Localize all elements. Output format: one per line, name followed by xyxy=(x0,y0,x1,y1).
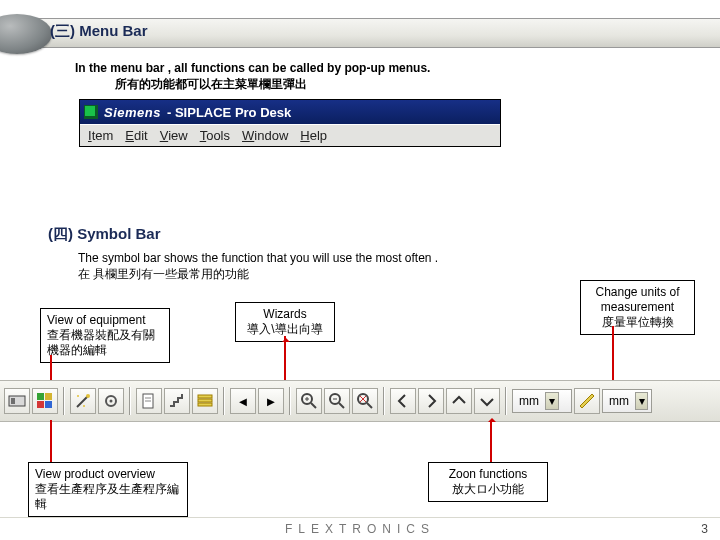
separator xyxy=(223,387,225,415)
siplace-window: Siemens - SIPLACE Pro Desk Item Edit Vie… xyxy=(80,100,500,146)
page-number: 3 xyxy=(701,522,708,536)
siplace-appname: - SIPLACE Pro Desk xyxy=(167,105,291,120)
callout-line: 度量單位轉換 xyxy=(587,315,688,330)
stairs-icon[interactable] xyxy=(164,388,190,414)
callout-line: 放大ロ小功能 xyxy=(435,482,541,497)
footer-logo: FLEXTRONICS xyxy=(285,522,435,536)
connector xyxy=(490,420,492,462)
siplace-brand: Siemens xyxy=(104,105,161,120)
arrow-right-icon[interactable]: ► xyxy=(258,388,284,414)
callout-line: View product overview xyxy=(35,467,181,482)
svg-rect-4 xyxy=(37,401,44,408)
zoom-in-icon[interactable] xyxy=(296,388,322,414)
menu-window[interactable]: Window xyxy=(242,128,288,143)
callout-line: Wizards xyxy=(242,307,328,322)
callout-line: 輯 xyxy=(35,497,181,512)
svg-point-9 xyxy=(83,405,85,407)
footer: FLEXTRONICS xyxy=(0,522,720,536)
callout-line: View of equipment xyxy=(47,313,163,328)
callout-line: 查看生產程序及生產程序編 xyxy=(35,482,181,497)
menu-tools[interactable]: Tools xyxy=(200,128,230,143)
apply-edit-icon[interactable] xyxy=(574,388,600,414)
siplace-menubar: Item Edit View Tools Window Help xyxy=(80,124,500,146)
menu-item[interactable]: Item xyxy=(88,128,113,143)
callout-view-equipment: View of equipment 查看機器裝配及有關 機器的編輯 xyxy=(40,308,170,363)
menubar-desc-en2: all functions can be called by pop-up me… xyxy=(171,61,430,75)
zoom-cross-icon[interactable] xyxy=(352,388,378,414)
menubar-desc-zh: 所有的功能都可以在主菜單欄里彈出 xyxy=(115,77,307,91)
svg-point-11 xyxy=(110,400,113,403)
arrow-left-icon[interactable]: ◄ xyxy=(230,388,256,414)
svg-rect-5 xyxy=(45,401,52,408)
menu-view[interactable]: View xyxy=(160,128,188,143)
menubar-desc: In the menu bar , all functions can be c… xyxy=(75,60,430,92)
units-select[interactable]: mm ▾ xyxy=(512,389,572,413)
callout-zoom: Zoon functions 放大ロ小功能 xyxy=(428,462,548,502)
svg-rect-3 xyxy=(45,393,52,400)
units-value: mm xyxy=(519,394,539,408)
svg-rect-15 xyxy=(198,395,212,398)
footer-rule xyxy=(0,517,720,518)
siplace-titlebar: Siemens - SIPLACE Pro Desk xyxy=(80,100,500,124)
callout-line: 機器的編輯 xyxy=(47,343,163,358)
chevron-down-icon: ▾ xyxy=(545,392,559,410)
grid-select[interactable]: mm ▾ xyxy=(602,389,652,413)
move-down-icon[interactable] xyxy=(474,388,500,414)
wand-icon[interactable] xyxy=(70,388,96,414)
gear-icon[interactable] xyxy=(98,388,124,414)
svg-rect-1 xyxy=(11,398,15,404)
callout-view-product: View product overview 查看生產程序及生產程序編 輯 xyxy=(28,462,188,517)
separator xyxy=(289,387,291,415)
separator xyxy=(505,387,507,415)
symbolbar-heading: (四) Symbol Bar xyxy=(48,225,161,244)
svg-line-19 xyxy=(311,403,316,408)
connector xyxy=(612,326,614,380)
grid-value: mm xyxy=(609,394,629,408)
symbolbar-desc: The symbol bar shows the function that y… xyxy=(78,250,438,282)
connector xyxy=(50,420,52,462)
menubar-desc-en1: In the menu bar , xyxy=(75,61,171,75)
separator xyxy=(129,387,131,415)
boxes-icon[interactable] xyxy=(32,388,58,414)
callout-line: 查看機器裝配及有關 xyxy=(47,328,163,343)
symbolbar-desc-en: The symbol bar shows the function that y… xyxy=(78,251,438,265)
svg-point-8 xyxy=(77,395,79,397)
svg-line-6 xyxy=(77,396,88,407)
separator xyxy=(383,387,385,415)
move-right-icon[interactable] xyxy=(418,388,444,414)
separator xyxy=(63,387,65,415)
menu-help[interactable]: Help xyxy=(300,128,327,143)
stack-icon[interactable] xyxy=(192,388,218,414)
callout-line: measurement xyxy=(587,300,688,315)
page-title: (三) Menu Bar xyxy=(50,22,148,41)
move-up-icon[interactable] xyxy=(446,388,472,414)
svg-rect-2 xyxy=(37,393,44,400)
menu-edit[interactable]: Edit xyxy=(125,128,147,143)
connector xyxy=(284,336,286,380)
machine-icon[interactable] xyxy=(4,388,30,414)
callout-line: Change units of xyxy=(587,285,688,300)
connector xyxy=(50,355,52,383)
svg-point-7 xyxy=(86,394,90,398)
move-left-icon[interactable] xyxy=(390,388,416,414)
callout-line: Zoon functions xyxy=(435,467,541,482)
chevron-down-icon: ▾ xyxy=(635,392,648,410)
symbol-toolbar: ◄ ► mm ▾ mm ▾ xyxy=(0,380,720,422)
svg-rect-17 xyxy=(198,403,212,406)
siplace-system-icon xyxy=(84,105,98,119)
callout-units: Change units of measurement 度量單位轉換 xyxy=(580,280,695,335)
svg-rect-16 xyxy=(198,399,212,402)
symbolbar-desc-zh: 在 具欄里列有一些最常用的功能 xyxy=(78,267,249,281)
zoom-out-icon[interactable] xyxy=(324,388,350,414)
svg-line-26 xyxy=(367,403,372,408)
sheet-icon[interactable] xyxy=(136,388,162,414)
svg-line-23 xyxy=(339,403,344,408)
